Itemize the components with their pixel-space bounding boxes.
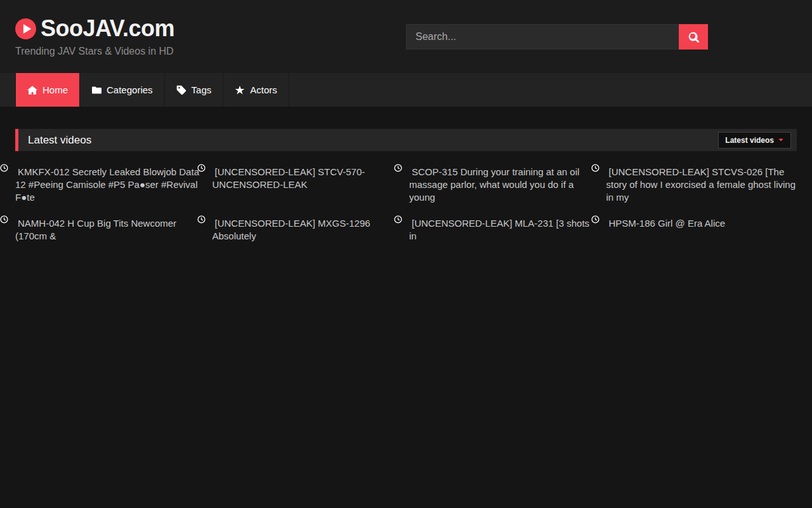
clock-icon bbox=[197, 215, 206, 224]
search-input[interactable] bbox=[406, 24, 679, 50]
video-card: [UNCENSORED-LEAK] STCV-570-UNCENSORED-LE… bbox=[213, 166, 403, 204]
video-card: [UNCENSORED-LEAK] MLA-231 [3 shots in bbox=[409, 217, 600, 243]
video-card: [UNCENSORED-LEAK] MXGS-1296 Absolutely bbox=[213, 217, 403, 243]
video-card: SCOP-315 During your training at an oil … bbox=[409, 166, 600, 204]
nav-item-label: Actors bbox=[250, 84, 277, 95]
nav-item-label: Tags bbox=[192, 84, 212, 95]
video-card: NAMH-042 H Cup Big Tits Newcomer (170cm … bbox=[15, 217, 206, 243]
tag-icon bbox=[176, 85, 187, 95]
clock-icon bbox=[394, 164, 402, 172]
video-title[interactable]: [UNCENSORED-LEAK] MXGS-1296 Absolutely bbox=[213, 218, 370, 241]
nav-item-tags[interactable]: Tags bbox=[165, 73, 224, 107]
search-icon bbox=[688, 32, 699, 43]
search-form bbox=[406, 24, 708, 50]
site-logo-text: SooJAV.com bbox=[41, 15, 174, 42]
video-title[interactable]: [UNCENSORED-LEAK] MLA-231 [3 shots in bbox=[409, 218, 589, 241]
clock-icon bbox=[197, 164, 206, 172]
clock-icon bbox=[591, 164, 599, 172]
home-icon bbox=[27, 85, 37, 95]
caret-down-icon bbox=[778, 137, 784, 144]
sort-dropdown-label: Latest videos bbox=[725, 136, 774, 145]
section-title: Latest videos bbox=[28, 134, 91, 147]
section-header: Latest videos Latest videos bbox=[15, 129, 797, 151]
logo-block: SooJAV.com Trending JAV Stars & Videos i… bbox=[15, 15, 174, 57]
video-title[interactable]: SCOP-315 During your training at an oil … bbox=[409, 166, 579, 203]
clock-icon bbox=[591, 215, 599, 224]
clock-icon bbox=[0, 215, 8, 224]
video-card: HPSM-186 Girl @ Era Alice bbox=[606, 217, 797, 243]
section-accent-bar bbox=[15, 129, 18, 151]
video-title[interactable]: HPSM-186 Girl @ Era Alice bbox=[606, 218, 728, 229]
clock-icon bbox=[0, 164, 8, 172]
video-title[interactable]: [UNCENSORED-LEAK] STCVS-026 [The story o… bbox=[606, 166, 796, 203]
clock-icon bbox=[394, 215, 402, 224]
star-icon bbox=[235, 85, 245, 95]
video-title[interactable]: KMKFX-012 Secretly Leaked Blowjob Data 1… bbox=[15, 166, 199, 203]
folder-icon bbox=[91, 85, 102, 95]
video-title[interactable]: [UNCENSORED-LEAK] STCV-570-UNCENSORED-LE… bbox=[213, 166, 365, 190]
site-tagline: Trending JAV Stars & Videos in HD bbox=[15, 46, 174, 57]
nav-item-label: Home bbox=[43, 84, 68, 95]
main-nav: Home Categories Tags Actors bbox=[0, 73, 812, 107]
main-content: Latest videos Latest videos KMKFX-012 Se… bbox=[15, 107, 797, 243]
sort-dropdown[interactable]: Latest videos bbox=[718, 132, 791, 149]
video-card: [UNCENSORED-LEAK] STCVS-026 [The story o… bbox=[606, 166, 797, 204]
video-card: KMKFX-012 Secretly Leaked Blowjob Data 1… bbox=[15, 166, 206, 204]
site-header: SooJAV.com Trending JAV Stars & Videos i… bbox=[0, 0, 812, 73]
site-logo[interactable]: SooJAV.com bbox=[15, 15, 174, 42]
nav-item-home[interactable]: Home bbox=[15, 73, 80, 107]
video-title[interactable]: NAMH-042 H Cup Big Tits Newcomer (170cm … bbox=[15, 218, 176, 241]
search-button[interactable] bbox=[679, 24, 708, 50]
nav-item-categories[interactable]: Categories bbox=[80, 73, 165, 107]
play-circle-icon bbox=[15, 18, 36, 39]
nav-item-actors[interactable]: Actors bbox=[223, 73, 289, 107]
video-grid: KMKFX-012 Secretly Leaked Blowjob Data 1… bbox=[15, 166, 797, 243]
nav-item-label: Categories bbox=[107, 84, 153, 95]
